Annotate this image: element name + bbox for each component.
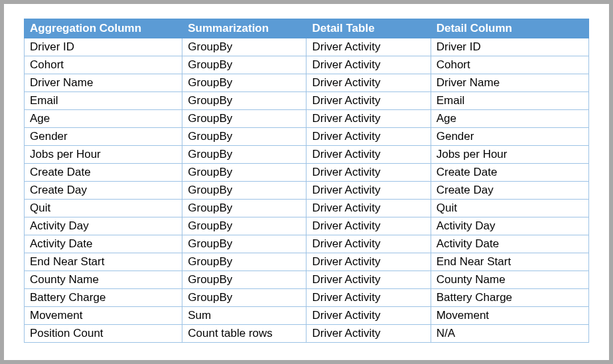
cell-detail-table: Driver Activity bbox=[306, 128, 431, 146]
cell-aggregation-column: Driver ID bbox=[25, 38, 182, 56]
cell-summarization: GroupBy bbox=[182, 110, 306, 128]
cell-summarization: GroupBy bbox=[182, 271, 306, 289]
cell-detail-column: Activity Date bbox=[431, 235, 588, 253]
cell-detail-column: Jobs per Hour bbox=[431, 146, 588, 164]
cell-detail-table: Driver Activity bbox=[306, 56, 431, 74]
cell-detail-table: Driver Activity bbox=[306, 146, 431, 164]
cell-summarization: GroupBy bbox=[182, 253, 306, 271]
table-header-row: Aggregation Column Summarization Detail … bbox=[25, 19, 589, 38]
cell-detail-table: Driver Activity bbox=[306, 325, 431, 343]
table-body: Driver IDGroupByDriver ActivityDriver ID… bbox=[25, 38, 589, 343]
table-row: GenderGroupByDriver ActivityGender bbox=[25, 128, 589, 146]
cell-detail-table: Driver Activity bbox=[306, 253, 431, 271]
cell-aggregation-column: Activity Date bbox=[25, 235, 182, 253]
cell-detail-column: Driver ID bbox=[431, 38, 588, 56]
aggregation-mapping-table: Aggregation Column Summarization Detail … bbox=[24, 19, 589, 343]
cell-summarization: GroupBy bbox=[182, 182, 306, 200]
cell-detail-column: Quit bbox=[431, 200, 588, 217]
cell-detail-table: Driver Activity bbox=[306, 38, 431, 56]
cell-detail-column: Activity Day bbox=[431, 217, 588, 235]
table-row: Battery ChargeGroupByDriver ActivityBatt… bbox=[25, 289, 589, 307]
cell-summarization: GroupBy bbox=[182, 200, 306, 217]
cell-summarization: Sum bbox=[182, 307, 306, 325]
cell-detail-column: End Near Start bbox=[431, 253, 588, 271]
document-frame: Aggregation Column Summarization Detail … bbox=[4, 4, 609, 360]
table-row: Driver IDGroupByDriver ActivityDriver ID bbox=[25, 38, 589, 56]
cell-summarization: GroupBy bbox=[182, 289, 306, 307]
cell-aggregation-column: Gender bbox=[25, 128, 182, 146]
table-row: MovementSumDriver ActivityMovement bbox=[25, 307, 589, 325]
table-row: EmailGroupByDriver ActivityEmail bbox=[25, 92, 589, 110]
cell-aggregation-column: Position Count bbox=[25, 325, 182, 343]
cell-detail-column: Create Date bbox=[431, 164, 588, 182]
cell-aggregation-column: Age bbox=[25, 110, 182, 128]
cell-aggregation-column: Activity Day bbox=[25, 217, 182, 235]
cell-aggregation-column: Driver Name bbox=[25, 74, 182, 92]
table-row: QuitGroupByDriver ActivityQuit bbox=[25, 200, 589, 217]
cell-detail-table: Driver Activity bbox=[306, 92, 431, 110]
cell-summarization: GroupBy bbox=[182, 38, 306, 56]
cell-summarization: GroupBy bbox=[182, 164, 306, 182]
header-detail-table: Detail Table bbox=[306, 19, 431, 38]
cell-summarization: GroupBy bbox=[182, 56, 306, 74]
cell-detail-column: Movement bbox=[431, 307, 588, 325]
table-row: County NameGroupByDriver ActivityCounty … bbox=[25, 271, 589, 289]
cell-aggregation-column: Battery Charge bbox=[25, 289, 182, 307]
cell-aggregation-column: End Near Start bbox=[25, 253, 182, 271]
header-summarization: Summarization bbox=[182, 19, 306, 38]
cell-summarization: Count table rows bbox=[182, 325, 306, 343]
table-row: Jobs per HourGroupByDriver ActivityJobs … bbox=[25, 146, 589, 164]
cell-detail-column: Driver Name bbox=[431, 74, 588, 92]
table-row: Activity DayGroupByDriver ActivityActivi… bbox=[25, 217, 589, 235]
cell-detail-column: Create Day bbox=[431, 182, 588, 200]
cell-aggregation-column: County Name bbox=[25, 271, 182, 289]
cell-detail-table: Driver Activity bbox=[306, 110, 431, 128]
cell-detail-table: Driver Activity bbox=[306, 307, 431, 325]
cell-aggregation-column: Create Date bbox=[25, 164, 182, 182]
cell-summarization: GroupBy bbox=[182, 217, 306, 235]
cell-detail-column: N/A bbox=[431, 325, 588, 343]
cell-detail-column: Gender bbox=[431, 128, 588, 146]
table-row: Position CountCount table rowsDriver Act… bbox=[25, 325, 589, 343]
table-row: Create DayGroupByDriver ActivityCreate D… bbox=[25, 182, 589, 200]
cell-detail-table: Driver Activity bbox=[306, 217, 431, 235]
cell-detail-table: Driver Activity bbox=[306, 164, 431, 182]
table-row: AgeGroupByDriver ActivityAge bbox=[25, 110, 589, 128]
cell-detail-column: Cohort bbox=[431, 56, 588, 74]
cell-detail-table: Driver Activity bbox=[306, 289, 431, 307]
table-row: CohortGroupByDriver ActivityCohort bbox=[25, 56, 589, 74]
cell-detail-column: County Name bbox=[431, 271, 588, 289]
cell-summarization: GroupBy bbox=[182, 92, 306, 110]
table-row: Create DateGroupByDriver ActivityCreate … bbox=[25, 164, 589, 182]
table-row: End Near StartGroupByDriver ActivityEnd … bbox=[25, 253, 589, 271]
cell-detail-table: Driver Activity bbox=[306, 235, 431, 253]
header-aggregation-column: Aggregation Column bbox=[25, 19, 182, 38]
cell-aggregation-column: Cohort bbox=[25, 56, 182, 74]
cell-aggregation-column: Email bbox=[25, 92, 182, 110]
header-detail-column: Detail Column bbox=[431, 19, 588, 38]
cell-detail-table: Driver Activity bbox=[306, 74, 431, 92]
cell-summarization: GroupBy bbox=[182, 235, 306, 253]
cell-summarization: GroupBy bbox=[182, 128, 306, 146]
cell-detail-table: Driver Activity bbox=[306, 271, 431, 289]
cell-aggregation-column: Quit bbox=[25, 200, 182, 217]
cell-detail-table: Driver Activity bbox=[306, 200, 431, 217]
table-row: Activity DateGroupByDriver ActivityActiv… bbox=[25, 235, 589, 253]
cell-detail-table: Driver Activity bbox=[306, 182, 431, 200]
cell-detail-column: Age bbox=[431, 110, 588, 128]
cell-aggregation-column: Jobs per Hour bbox=[25, 146, 182, 164]
cell-detail-column: Email bbox=[431, 92, 588, 110]
cell-aggregation-column: Create Day bbox=[25, 182, 182, 200]
cell-summarization: GroupBy bbox=[182, 74, 306, 92]
table-row: Driver NameGroupByDriver ActivityDriver … bbox=[25, 74, 589, 92]
cell-summarization: GroupBy bbox=[182, 146, 306, 164]
cell-aggregation-column: Movement bbox=[25, 307, 182, 325]
cell-detail-column: Battery Charge bbox=[431, 289, 588, 307]
